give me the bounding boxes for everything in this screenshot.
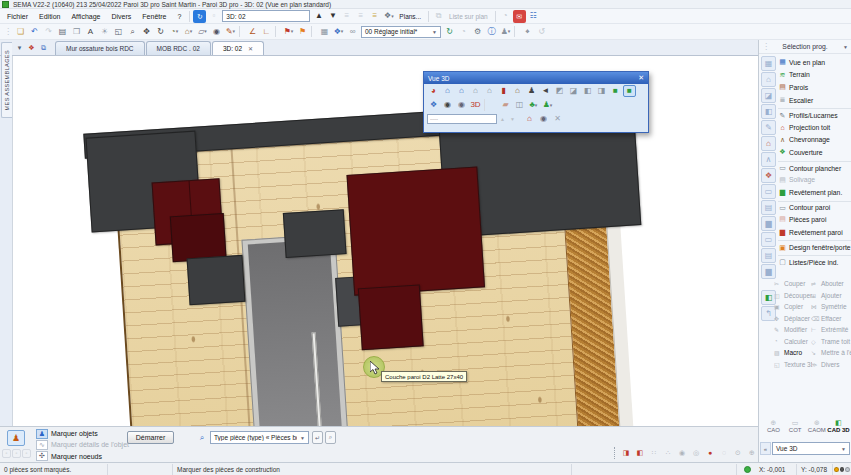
iso-nw-icon[interactable]: ◩ xyxy=(553,85,566,97)
sidebar-header[interactable]: ⋮ Sélection prog. ▼ xyxy=(759,40,851,54)
sidebar-item[interactable]: ▭ Contour plancher xyxy=(778,161,851,174)
liste-sur-plan-button[interactable]: Liste sur plan xyxy=(445,13,492,20)
monitor-icon[interactable]: ❖ xyxy=(332,25,345,38)
command-item[interactable]: ≫ Divers xyxy=(811,359,851,371)
panel-dark-door-top[interactable] xyxy=(283,209,347,258)
vue3d-filter-input[interactable]: ---- xyxy=(427,114,497,124)
panel-red-lower-left[interactable] xyxy=(170,213,227,262)
zoom-icon[interactable]: ⌕ xyxy=(126,25,139,38)
tab-close-icon[interactable]: ✕ xyxy=(248,45,253,52)
door-frame[interactable] xyxy=(241,234,350,426)
sidebar-item[interactable]: ✎ Profils/Lucarnes xyxy=(778,108,851,121)
light-icon[interactable]: ☀ xyxy=(98,25,111,38)
polygon-icon[interactable]: ▱ xyxy=(196,25,209,38)
cad-mode-tab[interactable]: ⊕ CAO xyxy=(763,417,784,433)
iso-ne-icon[interactable]: ◪ xyxy=(567,85,580,97)
settings-combo[interactable]: 00 Réglage initial* ▼ xyxy=(361,26,441,38)
vue3d-title-bar[interactable]: Vue 3D ✕ xyxy=(424,72,648,84)
command-item[interactable]: ▨ Macro xyxy=(774,347,812,359)
command-item[interactable]: ✂ Couper xyxy=(774,278,812,290)
panel-dark-below-cluster[interactable] xyxy=(187,255,246,306)
link-icon[interactable]: ∞ xyxy=(346,25,359,38)
snap-eye2-icon[interactable]: ◎ xyxy=(690,447,702,458)
view-back-icon[interactable]: ⌂ xyxy=(455,85,468,97)
view-right-icon[interactable]: ⌂ xyxy=(483,85,496,97)
binoculars-icon[interactable]: ⌖ xyxy=(521,25,534,38)
layer-off-icon[interactable]: ≡ xyxy=(340,10,353,23)
prog-icon-pieces[interactable]: ▤ xyxy=(761,248,776,263)
command-item[interactable]: ⋈ Symétrie xyxy=(811,301,851,313)
prog-icon-terrain[interactable]: ⌂ xyxy=(761,72,776,87)
menu-item[interactable]: Fichier xyxy=(2,13,33,20)
mark-mode-button[interactable]: ♟ xyxy=(7,430,25,446)
layer-off2-icon[interactable]: ≡ xyxy=(354,10,367,23)
prog-icon-revplan[interactable]: ▆ xyxy=(761,216,776,231)
prog-icon-plancher[interactable]: ▭ xyxy=(761,184,776,199)
assemblages-vertical-tab[interactable]: MES ASSEMBLAGES xyxy=(1,42,12,118)
sidebar-item[interactable]: ▆ Revêtement paroi xyxy=(778,226,851,239)
piece-filter-combo[interactable]: Type pièce (type) « Pièces bois » ▼ xyxy=(210,431,309,444)
snap-center-icon[interactable]: ⊙ xyxy=(732,447,744,458)
wall-view-icon[interactable]: ▮ xyxy=(497,85,510,97)
cad-mode-tab[interactable]: ⊛ CAOM xyxy=(806,417,827,433)
camera-icon[interactable]: ◉ xyxy=(441,99,454,111)
prog-icon-escalier[interactable]: ◧ xyxy=(761,104,776,119)
sidebar-item[interactable]: ❖ Couverture xyxy=(778,146,851,159)
document-tab[interactable]: Mur ossature bois RDC xyxy=(55,41,145,55)
solid-view-icon[interactable]: ■ xyxy=(609,85,622,97)
apply-filter-button[interactable]: ↵ xyxy=(312,431,323,444)
search-filter-button[interactable]: ⌕ xyxy=(325,431,336,444)
door-leaf[interactable] xyxy=(248,239,345,426)
command-item[interactable]: ⇌ Abouter xyxy=(811,278,851,290)
shading-icon[interactable]: ◕ xyxy=(427,85,440,97)
menu-item[interactable]: Edition xyxy=(34,13,65,20)
interior-view-icon[interactable]: ⌂ xyxy=(511,85,524,97)
mail-icon[interactable]: ✉ xyxy=(513,10,526,23)
command-item[interactable]: ⊢ Extrémité xyxy=(811,324,851,336)
sidebar-item[interactable]: ▆ Revêtement plan. xyxy=(778,186,851,199)
command-item[interactable]: ✥ Déplacer xyxy=(774,313,812,325)
rotate-icon[interactable]: ↻ xyxy=(154,25,167,38)
scene-home-icon[interactable]: ⌂ xyxy=(523,113,536,125)
document-tab[interactable]: MOB RDC . 02 xyxy=(146,41,211,55)
sidebar-item[interactable]: ∧ Chevronnage xyxy=(778,134,851,147)
profile-icon[interactable]: ♟ xyxy=(499,25,512,38)
tab-tile-icon[interactable]: ⧉ xyxy=(38,42,49,53)
snap-circle-icon[interactable]: ◌ xyxy=(718,447,730,458)
tab-window-icon[interactable]: ❖ xyxy=(26,42,37,53)
view-left-icon[interactable]: ⌂ xyxy=(469,85,482,97)
command-item[interactable]: ◫ Découper xyxy=(774,290,812,302)
command-item[interactable]: ⌫ Effacer xyxy=(811,313,851,325)
prog-icon-paroi[interactable]: ◪ xyxy=(761,88,776,103)
menu-item[interactable]: Divers xyxy=(106,13,136,20)
prog-icon-plan[interactable]: ▦ xyxy=(761,56,776,71)
sidebar-collapse-button[interactable]: « xyxy=(760,442,771,455)
scene-camera-icon[interactable]: ◉ xyxy=(537,113,550,125)
layers-menu-icon[interactable]: ❖ xyxy=(382,10,395,23)
mark-opt2-icon[interactable]: ▫ xyxy=(12,449,21,458)
cad-mode-tab[interactable]: ◧ CAD 3D xyxy=(828,417,849,433)
prog-icon-couverture[interactable]: ❖ xyxy=(761,168,776,183)
snap-grid-icon[interactable]: ∷ xyxy=(648,447,660,458)
layer-on-icon[interactable]: ≡ xyxy=(368,10,381,23)
round-gray-icon[interactable]: ◔ xyxy=(499,10,512,23)
toolbar-icon[interactable] xyxy=(239,26,244,37)
prog-icon-chevron[interactable]: ∧ xyxy=(761,152,776,167)
pin-view-icon[interactable]: ▫ xyxy=(207,10,220,23)
measure-icon[interactable]: A xyxy=(84,25,97,38)
cursor-mode-icon[interactable]: ◄ xyxy=(539,85,552,97)
snap-points-icon[interactable]: ∴ xyxy=(662,447,674,458)
demarrer-button[interactable]: Démarrer xyxy=(127,431,174,444)
vue3d-icon[interactable] xyxy=(484,99,497,111)
walkthrough-icon[interactable]: ♟ xyxy=(525,85,538,97)
iso-se-icon[interactable]: ◨ xyxy=(595,85,608,97)
flag-icon[interactable]: ⚑ xyxy=(282,25,295,38)
gear-icon[interactable]: ⚙ xyxy=(471,25,484,38)
flag-edit-icon[interactable]: ⚑ xyxy=(296,25,309,38)
sidebar-item[interactable]: ▣ Design fenêtre/porte xyxy=(778,240,851,253)
info-icon[interactable]: ⓘ xyxy=(485,25,498,38)
user-gray-icon[interactable]: ◔ xyxy=(457,25,470,38)
sidebar-item[interactable]: ▦ Vue en plan xyxy=(778,56,851,69)
open-icon[interactable]: ❏ xyxy=(14,25,27,38)
snap-eye-icon[interactable]: ◉ xyxy=(676,447,688,458)
